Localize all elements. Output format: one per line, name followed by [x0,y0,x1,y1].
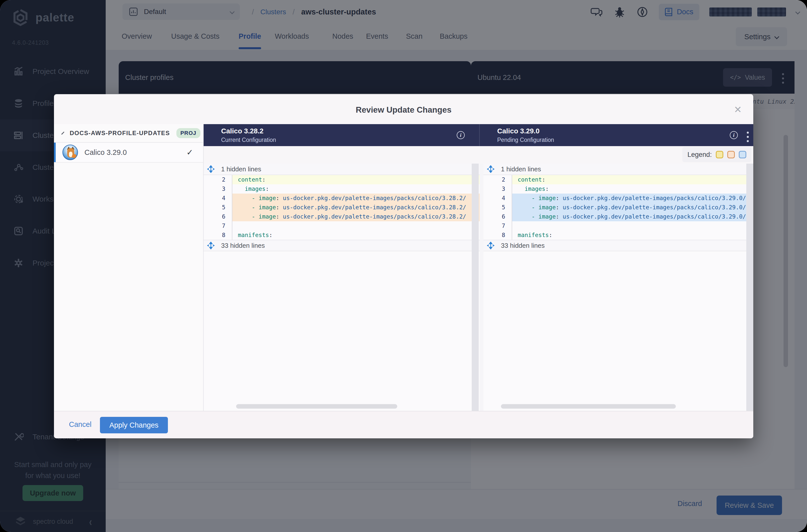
diff-menu-kebab-icon[interactable] [747,132,749,142]
diff-line: 7 [484,221,753,230]
diff-horizontal-scrollbar[interactable] [501,404,676,408]
info-icon[interactable]: i [730,131,738,139]
info-icon[interactable]: i [457,131,465,139]
scope-badge: PROJ [176,128,200,138]
diff-headers: Calico 3.28.2 Current Configuration i Ca… [204,124,753,146]
close-icon[interactable]: ✕ [734,104,742,115]
hidden-lines-label: 1 hidden lines [501,165,541,173]
legend-modified-swatch [716,151,723,158]
pack-item-label: Calico 3.29.0 [85,148,127,157]
hidden-lines-label: 33 hidden lines [221,242,265,249]
diff-line-added: 5 - image: us-docker.pkg.dev/palette-ima… [484,203,753,212]
modal-title: Review Update Changes [54,105,753,115]
diff-horizontal-scrollbar[interactable] [236,404,397,408]
modal-footer: Cancel Apply Changes [54,411,753,438]
diff-line: 8manifests: [204,230,480,240]
pending-pack-title: Calico 3.29.0 [497,127,540,135]
cancel-button[interactable]: Cancel [69,420,91,429]
calico-pack-icon [62,145,78,160]
diff-vertical-scrollbar[interactable] [472,164,479,411]
diff-line: 7 [204,221,480,230]
diff-line: 2content: [204,175,480,184]
diff-line-removed: 6 - image: us-docker.pkg.dev/palette-ima… [204,212,480,221]
unfold-icon [207,165,214,173]
diff-viewer: Calico 3.28.2 Current Configuration i Ca… [204,124,753,411]
diff-line: 3 images: [204,184,480,194]
legend-row: Legend: [204,146,753,164]
diff-line-added: 6 - image: us-docker.pkg.dev/palette-ima… [484,212,753,221]
packs-panel: DOCS-AWS-PROFILE-UPDATES PROJ 1.1.0 Cali… [54,124,204,411]
current-pack-subtitle: Current Configuration [221,137,276,144]
check-icon: ✓ [186,148,193,157]
legend-label: Legend: [687,151,712,158]
hidden-lines-row[interactable]: 1 hidden lines [204,164,480,175]
legend: Legend: [682,147,751,162]
diff-pane-current: 1 hidden lines 2content: 3 images: 4 - i… [204,164,480,411]
hidden-lines-row[interactable]: 1 hidden lines [484,164,753,175]
diff-header-pending: Calico 3.29.0 Pending Configuration i [480,124,753,146]
hidden-lines-label: 33 hidden lines [501,242,545,249]
diff-vertical-scrollbar[interactable] [746,164,753,411]
modal-header: Review Update Changes ✕ [54,94,753,124]
profile-group-header[interactable]: DOCS-AWS-PROFILE-UPDATES PROJ 1.1.0 [54,124,203,142]
pending-pack-subtitle: Pending Configuration [497,137,554,144]
diff-line-removed: 4 - image: us-docker.pkg.dev/palette-ima… [204,194,480,203]
review-update-changes-modal: Review Update Changes ✕ DOCS-AWS-PROFILE… [54,94,753,438]
diff-line-removed: 5 - image: us-docker.pkg.dev/palette-ima… [204,203,480,212]
diff-pane-pending: 1 hidden lines 2content: 3 images: 4 - i… [484,164,753,411]
pack-list-item-calico[interactable]: Calico 3.29.0 ✓ [54,142,203,163]
diff-line: 2content: [484,175,753,184]
diff-panes: 1 hidden lines 2content: 3 images: 4 - i… [204,164,753,411]
profile-name: DOCS-AWS-PROFILE-UPDATES [70,130,170,137]
legend-removed-swatch [727,151,735,158]
diff-header-current: Calico 3.28.2 Current Configuration i [204,124,480,146]
diff-line: 8manifests: [484,230,753,240]
diff-line-added: 4 - image: us-docker.pkg.dev/palette-ima… [484,194,753,203]
unfold-icon [207,242,214,249]
diff-line: 3 images: [484,184,753,194]
chevron-down-icon [61,132,64,135]
hidden-lines-label: 1 hidden lines [221,165,261,173]
legend-added-swatch [739,151,746,158]
unfold-icon [487,242,494,249]
hidden-lines-row[interactable]: 33 hidden lines [484,240,753,251]
app-window: palette 4.6.0-241203 Project Overview Pr… [0,0,807,532]
current-pack-title: Calico 3.28.2 [221,127,264,135]
apply-changes-button[interactable]: Apply Changes [100,417,168,433]
unfold-icon [487,165,494,173]
modal-body: DOCS-AWS-PROFILE-UPDATES PROJ 1.1.0 Cali… [54,124,753,411]
hidden-lines-row[interactable]: 33 hidden lines [204,240,480,251]
